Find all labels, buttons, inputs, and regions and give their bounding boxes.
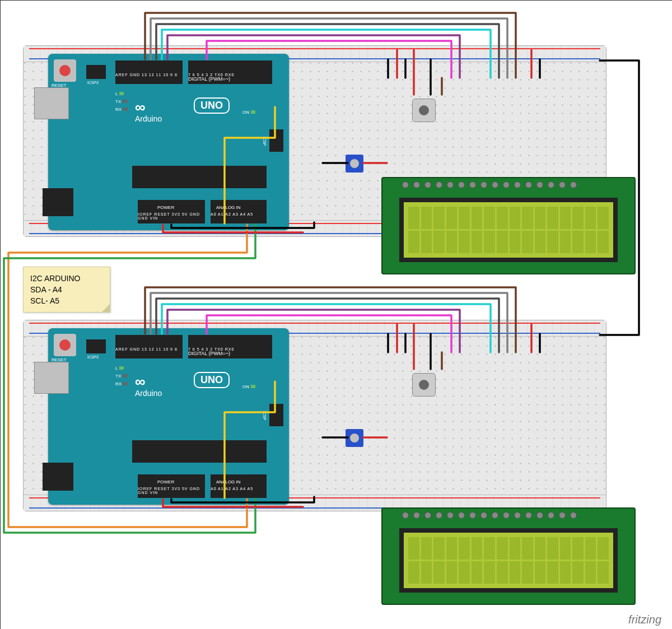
pushbutton-top[interactable] — [412, 99, 436, 122]
note-line-3: SCL- A5 — [30, 295, 103, 306]
status-leds: L TX RX — [115, 365, 128, 388]
trimpot-top[interactable] — [346, 155, 363, 173]
pushbutton-bottom[interactable] — [412, 373, 436, 397]
digital-label: DIGITAL (PWM=~) — [188, 76, 230, 82]
digital-label: DIGITAL (PWM=~) — [188, 351, 230, 356]
brand-label: Arduino — [135, 114, 162, 123]
on-led: ON — [242, 110, 255, 115]
icsp-header — [269, 404, 283, 426]
icsp-label: ICSP — [263, 137, 267, 146]
arduino-uno-bottom: RESET ICSP2 ICSP AREF GND 13 12 11 10 9 … — [48, 328, 289, 505]
reset-label: RESET — [52, 357, 67, 362]
arduino-uno-top: RESET ICSP2 ICSP AREF GND 13 12 11 10 9 … — [48, 54, 289, 230]
usb-port-icon — [34, 362, 69, 394]
icsp2-label: ICSP2 — [87, 81, 99, 85]
power-header: IOREF RESET 3V3 5V GND GND VIN — [138, 200, 205, 223]
lcd-16x2-bottom — [381, 507, 636, 605]
analog-header: A0 A1 A2 A3 A4 A5 — [211, 200, 267, 223]
lcd-16x2-top — [381, 177, 636, 274]
on-led: ON — [242, 384, 255, 389]
power-label: POWER — [157, 479, 174, 484]
power-jack-icon — [43, 188, 73, 216]
power-label: POWER — [157, 205, 174, 210]
reset-button[interactable] — [54, 334, 76, 356]
atmega-chip-icon — [132, 440, 267, 463]
uno-badge: UNO — [194, 372, 230, 388]
uno-badge: UNO — [194, 97, 230, 114]
icsp-header — [269, 129, 283, 152]
note-line-1: I2C ARDUINO — [30, 273, 103, 284]
analog-header: A0 A1 A2 A3 A4 A5 — [211, 474, 267, 498]
digital-header-1: AREF GND 13 12 11 10 9 8 — [115, 335, 183, 358]
arduino-logo-icon: ∞ — [135, 373, 143, 390]
icsp2-header — [86, 339, 106, 353]
reset-button[interactable] — [54, 59, 76, 82]
note-line-2: SDA - A4 — [30, 284, 103, 295]
analog-label: ANALOG IN — [216, 479, 241, 484]
icsp-label: ICSP — [263, 411, 267, 420]
icsp2-label: ICSP2 — [87, 355, 99, 359]
arduino-logo-icon: ∞ — [135, 99, 143, 116]
analog-label: ANALOG IN — [216, 205, 241, 210]
watermark: fritzing — [628, 613, 661, 626]
usb-port-icon — [34, 87, 69, 119]
digital-header-1: AREF GND 13 12 11 10 9 8 — [115, 60, 183, 84]
status-leds: L TX RX — [115, 90, 128, 114]
icsp2-header — [86, 65, 106, 79]
reset-label: RESET — [52, 83, 67, 88]
i2c-note: I2C ARDUINO SDA - A4 SCL- A5 — [23, 267, 110, 313]
trimpot-bottom[interactable] — [346, 429, 363, 447]
power-jack-icon — [43, 463, 73, 491]
brand-label: Arduino — [135, 389, 162, 398]
atmega-chip-icon — [132, 166, 267, 188]
power-header: IOREF RESET 3V3 5V GND GND VIN — [138, 474, 205, 498]
